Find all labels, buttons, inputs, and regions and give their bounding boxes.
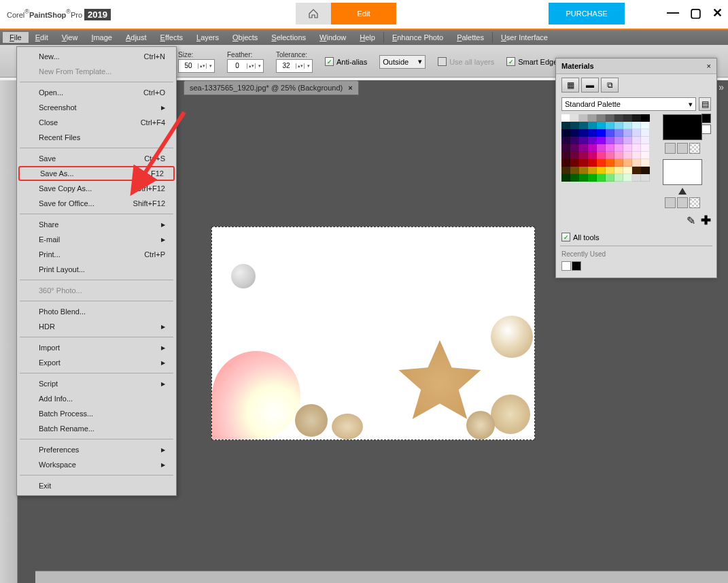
color-swatch[interactable] <box>579 167 588 174</box>
file-menu-save-as[interactable]: Save As...F12 <box>18 166 175 181</box>
color-swatch[interactable] <box>570 114 579 122</box>
file-menu-save-copy-as[interactable]: Save Copy As...Ctrl+F12 <box>17 181 176 196</box>
color-swatch[interactable] <box>623 167 632 174</box>
mode-pattern[interactable] <box>689 143 700 154</box>
color-swatch[interactable] <box>606 129 614 137</box>
alltools-checkbox[interactable]: ✓ <box>561 233 570 241</box>
file-menu-exit[interactable]: Exit <box>17 478 176 493</box>
color-swatch[interactable] <box>597 129 606 137</box>
color-swatch[interactable] <box>632 144 641 152</box>
color-swatch[interactable] <box>632 137 641 144</box>
color-swatch[interactable] <box>623 159 632 167</box>
color-swatch[interactable] <box>570 167 579 174</box>
color-swatch[interactable] <box>641 174 650 182</box>
color-swatch[interactable] <box>623 152 632 159</box>
color-swatch[interactable] <box>570 129 579 137</box>
file-menu-recent-files[interactable]: Recent Files <box>17 130 176 145</box>
color-swatch[interactable] <box>614 152 623 159</box>
color-swatch[interactable] <box>632 167 641 174</box>
color-palette-grid[interactable] <box>561 114 650 208</box>
color-swatch[interactable] <box>579 122 588 129</box>
color-swatch[interactable] <box>606 114 614 122</box>
color-swatch[interactable] <box>561 167 570 174</box>
color-swatch[interactable] <box>597 167 606 174</box>
color-swatch[interactable] <box>623 137 632 144</box>
color-swatch[interactable] <box>641 167 650 174</box>
color-swatch[interactable] <box>579 159 588 167</box>
mode-solid[interactable] <box>665 143 676 154</box>
color-swatch[interactable] <box>561 174 570 182</box>
color-swatch[interactable] <box>632 114 641 122</box>
color-swatch[interactable] <box>597 159 606 167</box>
file-menu-e-mail[interactable]: E-mail▶ <box>17 232 176 247</box>
color-swatch[interactable] <box>641 144 650 152</box>
file-menu-share[interactable]: Share▶ <box>17 217 176 232</box>
color-swatch[interactable] <box>632 174 641 182</box>
close-icon[interactable]: ✕ <box>712 5 723 20</box>
palette-selector[interactable]: Standard Palette▾ <box>561 97 696 111</box>
menu-enhance-photo[interactable]: Enhance Photo <box>385 32 450 43</box>
color-swatch[interactable] <box>579 174 588 182</box>
file-menu-save[interactable]: SaveCtrl+S <box>17 151 176 166</box>
color-swatch[interactable] <box>588 174 597 182</box>
color-swatch[interactable] <box>623 174 632 182</box>
color-swatch[interactable] <box>623 129 632 137</box>
color-swatch[interactable] <box>641 122 650 129</box>
color-swatch[interactable] <box>588 114 597 122</box>
recent-swatch[interactable] <box>561 261 571 271</box>
color-swatch[interactable] <box>561 114 570 122</box>
mode-pattern-bg[interactable] <box>689 197 700 208</box>
color-swatch[interactable] <box>614 122 623 129</box>
color-swatch[interactable] <box>588 144 597 152</box>
color-swatch[interactable] <box>579 137 588 144</box>
color-swatch[interactable] <box>614 129 623 137</box>
color-swatch[interactable] <box>588 137 597 144</box>
color-swatch[interactable] <box>606 152 614 159</box>
menu-layers[interactable]: Layers <box>190 32 226 43</box>
color-swatch[interactable] <box>606 167 614 174</box>
color-swatch[interactable] <box>632 159 641 167</box>
mode-solid-bg[interactable] <box>665 197 676 208</box>
file-menu-import[interactable]: Import▶ <box>17 340 176 355</box>
size-spinner[interactable]: ▴▾▾ <box>178 59 215 73</box>
menu-edit[interactable]: Edit <box>29 32 55 43</box>
color-swatch[interactable] <box>570 159 579 167</box>
mode-gradient[interactable] <box>677 143 688 154</box>
color-swatch[interactable] <box>570 144 579 152</box>
color-swatch[interactable] <box>641 137 650 144</box>
menu-help[interactable]: Help <box>353 32 382 43</box>
menu-effects[interactable]: Effects <box>154 32 190 43</box>
color-swatch[interactable] <box>614 144 623 152</box>
color-swatch[interactable] <box>632 152 641 159</box>
palette-view-hsl[interactable]: ⧉ <box>601 78 619 93</box>
palette-view-gradient[interactable]: ▬ <box>581 78 599 93</box>
color-swatch[interactable] <box>561 129 570 137</box>
menu-window[interactable]: Window <box>313 32 353 43</box>
color-swatch[interactable] <box>597 174 606 182</box>
color-swatch[interactable] <box>614 137 623 144</box>
color-swatch[interactable] <box>597 152 606 159</box>
foreground-swatch[interactable] <box>663 114 702 140</box>
color-swatch[interactable] <box>579 129 588 137</box>
color-swatch[interactable] <box>623 122 632 129</box>
color-swatch[interactable] <box>561 137 570 144</box>
color-swatch[interactable] <box>614 167 623 174</box>
smartedge-checkbox[interactable]: ✓ <box>506 57 515 66</box>
canvas[interactable] <box>211 227 535 440</box>
tab-overflow-icon[interactable]: » <box>718 82 724 93</box>
recent-swatch[interactable] <box>572 261 581 271</box>
file-menu-preferences[interactable]: Preferences▶ <box>17 442 176 457</box>
color-swatch[interactable] <box>606 137 614 144</box>
color-swatch[interactable] <box>623 144 632 152</box>
file-menu-batch-rename[interactable]: Batch Rename... <box>17 421 176 436</box>
color-swatch[interactable] <box>588 167 597 174</box>
file-menu-photo-blend[interactable]: Photo Blend... <box>17 304 176 319</box>
antialias-checkbox[interactable]: ✓ <box>325 57 334 66</box>
color-swatch[interactable] <box>561 144 570 152</box>
color-swatch[interactable] <box>606 144 614 152</box>
menu-objects[interactable]: Objects <box>226 32 264 43</box>
file-menu-batch-process[interactable]: Batch Process... <box>17 406 176 421</box>
close-tab-icon[interactable]: × <box>348 84 352 92</box>
color-swatch[interactable] <box>561 159 570 167</box>
color-swatch[interactable] <box>588 122 597 129</box>
